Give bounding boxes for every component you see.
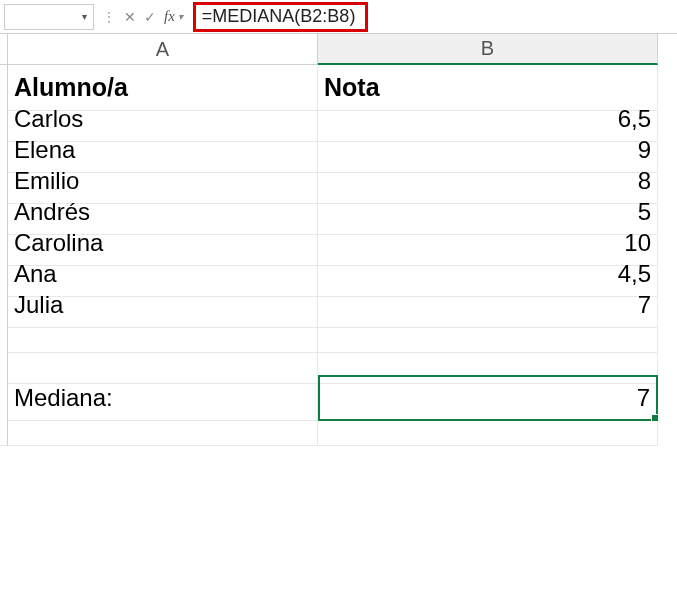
confirm-icon[interactable]: ✓ bbox=[140, 7, 160, 27]
cancel-icon[interactable]: ✕ bbox=[120, 7, 140, 27]
row-stub[interactable] bbox=[0, 406, 8, 446]
corner-cell[interactable] bbox=[0, 34, 8, 65]
summary-value-cell[interactable]: 7 bbox=[318, 375, 658, 421]
name-box[interactable]: ▾ bbox=[4, 4, 94, 30]
chevron-down-icon[interactable]: ▾ bbox=[82, 11, 87, 22]
empty-cell[interactable] bbox=[8, 406, 318, 446]
separator: ⋮ bbox=[102, 9, 116, 25]
column-header-a[interactable]: A bbox=[8, 34, 318, 65]
formula-bar: ▾ ⋮ ✕ ✓ fx ▾ =MEDIANA(B2:B8) bbox=[0, 0, 677, 34]
chevron-down-icon[interactable]: ▾ bbox=[178, 11, 183, 22]
column-header-b[interactable]: B bbox=[318, 34, 658, 65]
fx-label[interactable]: fx ▾ bbox=[164, 8, 183, 25]
formula-input[interactable]: =MEDIANA(B2:B8) bbox=[193, 2, 369, 32]
spreadsheet-grid: A B Alumno/a Nota Carlos 6,5 Elena 9 Emi… bbox=[0, 34, 677, 437]
